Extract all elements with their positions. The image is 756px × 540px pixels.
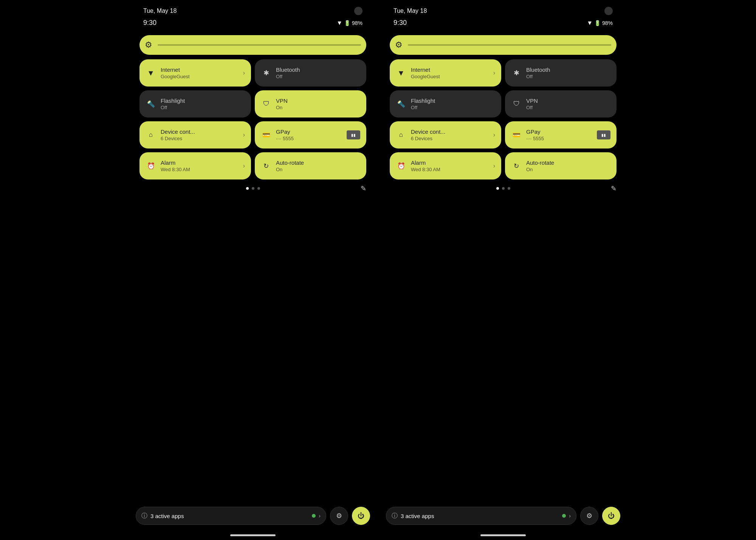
right-dot-1 xyxy=(496,187,499,190)
left-info-icon: ⓘ xyxy=(141,512,147,520)
right-bluetooth-tile-icon: ✱ xyxy=(511,69,522,77)
right-internet-subtitle: GoogleGuest xyxy=(411,74,489,79)
left-bottom-bar: ⓘ 3 active apps › ⚙ ⏻ xyxy=(128,507,378,525)
left-internet-chevron: › xyxy=(243,70,245,76)
right-tile-device-control[interactable]: ⌂ Device cont... 6 Devices › xyxy=(390,121,501,149)
left-tile-bluetooth[interactable]: ✱ Bluetooth Off xyxy=(255,59,366,87)
screens-container: Tue, May 18 9:30 ▼ 🔋 98% ⚙ ▼ Internet Go… xyxy=(0,0,756,540)
right-power-icon: ⏻ xyxy=(608,512,615,520)
right-active-apps-pill[interactable]: ⓘ 3 active apps › xyxy=(386,507,576,525)
right-dot-2 xyxy=(502,187,505,190)
left-bluetooth-tile-icon: ✱ xyxy=(261,69,271,77)
left-power-button[interactable]: ⏻ xyxy=(352,507,370,525)
left-alarm-tile-icon: ⏰ xyxy=(146,162,156,170)
left-alarm-title: Alarm xyxy=(161,159,239,166)
left-brightness-track[interactable] xyxy=(158,44,361,46)
right-settings-icon: ⚙ xyxy=(586,512,592,520)
right-brightness-track[interactable] xyxy=(408,44,611,46)
left-internet-title: Internet xyxy=(161,67,239,73)
left-device-title: Device cont... xyxy=(161,128,239,135)
right-vpn-tile-icon: 🛡 xyxy=(511,100,522,108)
right-time: 9:30 xyxy=(393,19,407,27)
left-active-apps-pill[interactable]: ⓘ 3 active apps › xyxy=(136,507,326,525)
right-tile-vpn[interactable]: 🛡 VPN Off xyxy=(505,90,617,118)
left-battery-text: 98% xyxy=(352,20,363,26)
right-gpay-tile-icon: 💳 xyxy=(511,131,522,139)
left-wifi-tile-icon: ▼ xyxy=(146,69,156,77)
left-flashlight-subtitle: Off xyxy=(161,105,245,110)
left-brightness-icon: ⚙ xyxy=(145,40,152,50)
left-tile-gpay[interactable]: 💳 GPay ···· 5555 ▮▮ xyxy=(255,121,366,149)
right-tiles-grid: ▼ Internet GoogleGuest › ✱ Bluetooth Off… xyxy=(390,59,617,179)
left-vpn-title: VPN xyxy=(276,97,360,104)
right-bluetooth-title: Bluetooth xyxy=(526,67,610,73)
left-brightness-bar[interactable]: ⚙ xyxy=(139,35,366,55)
left-alarm-subtitle: Wed 8:30 AM xyxy=(161,167,239,172)
left-time-row: 9:30 ▼ 🔋 98% xyxy=(139,17,366,32)
left-gpay-subtitle: ···· 5555 xyxy=(276,136,342,141)
right-settings-button[interactable]: ⚙ xyxy=(580,507,598,525)
right-tile-gpay[interactable]: 💳 GPay ···· 5555 ▮▮ xyxy=(505,121,617,149)
left-home-indicator xyxy=(230,534,276,536)
right-phone-screen: Tue, May 18 9:30 ▼ 🔋 98% ⚙ ▼ Internet Go… xyxy=(378,0,628,540)
right-home-indicator xyxy=(480,534,526,536)
right-internet-chevron: › xyxy=(493,70,495,76)
right-gpay-title: GPay xyxy=(526,128,592,135)
right-power-button[interactable]: ⏻ xyxy=(602,507,620,525)
right-time-row: 9:30 ▼ 🔋 98% xyxy=(390,17,617,32)
right-wifi-icon: ▼ xyxy=(587,20,593,26)
left-device-chevron: › xyxy=(243,132,245,138)
left-tile-device-control[interactable]: ⌂ Device cont... 6 Devices › xyxy=(139,121,251,149)
right-brightness-bar[interactable]: ⚙ xyxy=(390,35,617,55)
right-gpay-subtitle: ···· 5555 xyxy=(526,136,592,141)
left-edit-icon[interactable]: ✎ xyxy=(361,184,366,193)
left-settings-icon: ⚙ xyxy=(336,512,342,520)
left-tile-internet[interactable]: ▼ Internet GoogleGuest › xyxy=(139,59,251,87)
right-flashlight-subtitle: Off xyxy=(411,105,495,110)
left-pagination: ✎ xyxy=(139,183,366,193)
left-wifi-icon: ▼ xyxy=(336,20,342,26)
right-device-chevron: › xyxy=(493,132,495,138)
left-time: 9:30 xyxy=(143,19,156,27)
right-edit-icon[interactable]: ✎ xyxy=(611,184,617,193)
left-device-tile-icon: ⌂ xyxy=(146,131,156,139)
left-autorotate-title: Auto-rotate xyxy=(276,159,360,166)
right-camera-dot xyxy=(604,7,613,15)
right-autorotate-title: Auto-rotate xyxy=(526,159,610,166)
right-info-icon: ⓘ xyxy=(392,512,398,520)
right-battery-text: 98% xyxy=(602,20,613,26)
right-green-dot xyxy=(562,514,566,518)
right-tile-internet[interactable]: ▼ Internet GoogleGuest › xyxy=(390,59,501,87)
left-tile-alarm[interactable]: ⏰ Alarm Wed 8:30 AM › xyxy=(139,152,251,179)
left-vpn-tile-icon: 🛡 xyxy=(261,100,271,108)
right-device-subtitle: 6 Devices xyxy=(411,136,489,141)
right-tile-flashlight[interactable]: 🔦 Flashlight Off xyxy=(390,90,501,118)
right-battery-icon: 🔋 xyxy=(594,20,601,26)
left-dot-1 xyxy=(246,187,249,190)
left-status-bar: Tue, May 18 xyxy=(139,0,366,17)
right-alarm-title: Alarm xyxy=(411,159,489,166)
left-flashlight-tile-icon: 🔦 xyxy=(146,100,156,108)
left-flashlight-title: Flashlight xyxy=(161,97,245,104)
left-tile-autorotate[interactable]: ↻ Auto-rotate On xyxy=(255,152,366,179)
right-bluetooth-subtitle: Off xyxy=(526,74,610,79)
right-active-apps-text: 3 active apps xyxy=(401,513,559,519)
right-device-tile-icon: ⌂ xyxy=(396,131,406,139)
right-status-bar: Tue, May 18 xyxy=(390,0,617,17)
right-vpn-subtitle: Off xyxy=(526,105,610,110)
right-pagination: ✎ xyxy=(390,183,617,193)
left-camera-dot xyxy=(354,7,363,15)
left-tile-flashlight[interactable]: 🔦 Flashlight Off xyxy=(139,90,251,118)
left-bluetooth-subtitle: Off xyxy=(276,74,360,79)
left-battery-icon: 🔋 xyxy=(344,20,350,26)
left-autorotate-subtitle: On xyxy=(276,167,360,172)
right-tile-alarm[interactable]: ⏰ Alarm Wed 8:30 AM › xyxy=(390,152,501,179)
right-tile-bluetooth[interactable]: ✱ Bluetooth Off xyxy=(505,59,617,87)
left-active-apps-text: 3 active apps xyxy=(150,513,309,519)
right-flashlight-title: Flashlight xyxy=(411,97,495,104)
left-tile-vpn[interactable]: 🛡 VPN On xyxy=(255,90,366,118)
left-settings-button[interactable]: ⚙ xyxy=(330,507,348,525)
left-tiles-grid: ▼ Internet GoogleGuest › ✱ Bluetooth Off… xyxy=(139,59,366,179)
left-gpay-card-icon: ▮▮ xyxy=(347,130,360,139)
right-tile-autorotate[interactable]: ↻ Auto-rotate On xyxy=(505,152,617,179)
